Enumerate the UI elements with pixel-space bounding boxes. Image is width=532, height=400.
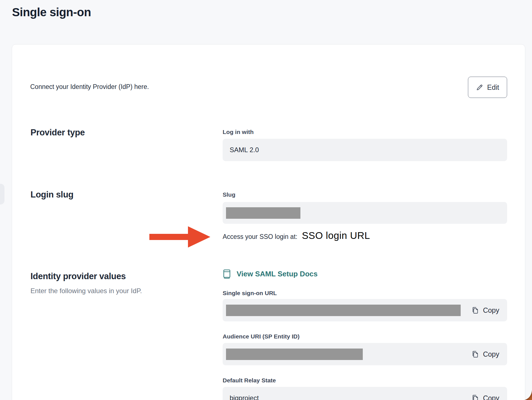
section-heading-idp-values: Identity provider values: [30, 271, 126, 281]
relay-state-field: bigproject Copy: [223, 387, 507, 400]
copy-relay-state-button[interactable]: Copy: [472, 387, 499, 400]
sso-url-field: Copy: [223, 299, 507, 321]
access-login-text: Access your SSO login at:: [223, 228, 297, 246]
edit-button-label: Edit: [487, 83, 499, 91]
audience-uri-redacted-value: [226, 349, 363, 360]
docs-icon: [223, 269, 231, 279]
copy-button-label: Copy: [483, 306, 499, 314]
idp-values-subheading: Enter the following values in your IdP.: [30, 287, 142, 295]
edit-button[interactable]: Edit: [468, 77, 507, 98]
slug-field: [223, 202, 507, 224]
section-heading-provider-type: Provider type: [30, 128, 85, 138]
audience-uri-field: Copy: [223, 343, 507, 365]
sso-settings-card: Connect your Identity Provider (IdP) her…: [12, 44, 525, 400]
access-login-line: Access your SSO login at: SSO login URL: [223, 228, 370, 246]
provider-type-field: SAML 2.0: [223, 139, 507, 161]
intro-text: Connect your Identity Provider (IdP) her…: [30, 83, 149, 91]
provider-type-value: SAML 2.0: [223, 146, 259, 154]
sso-login-url-annotation: SSO login URL: [302, 230, 370, 241]
sso-url-redacted-value: [226, 305, 461, 316]
saml-docs-link[interactable]: View SAML Setup Docs: [223, 269, 317, 279]
red-arrow-annotation: [149, 226, 222, 248]
copy-button-label: Copy: [483, 350, 499, 358]
screen-corner-artifact: [524, 390, 532, 400]
page-title: Single sign-on: [12, 6, 91, 19]
section-heading-login-slug: Login slug: [30, 190, 74, 200]
copy-icon: [472, 394, 478, 400]
pencil-icon: [476, 84, 483, 91]
copy-audience-uri-button[interactable]: Copy: [472, 343, 499, 365]
login-with-label: Log in with: [223, 129, 254, 135]
copy-sso-url-button[interactable]: Copy: [472, 299, 499, 321]
relay-state-value: bigproject: [223, 394, 259, 400]
saml-docs-link-label: View SAML Setup Docs: [237, 270, 317, 278]
audience-uri-label: Audience URI (SP Entity ID): [223, 333, 300, 340]
copy-icon: [472, 307, 478, 314]
slug-redacted-value: [226, 207, 300, 219]
relay-state-label: Default Relay State: [223, 377, 276, 384]
copy-icon: [472, 350, 478, 358]
sso-url-label: Single sign-on URL: [223, 290, 277, 297]
slug-label: Slug: [223, 191, 236, 198]
side-tab-handle: [0, 184, 4, 204]
copy-button-label: Copy: [483, 394, 499, 400]
